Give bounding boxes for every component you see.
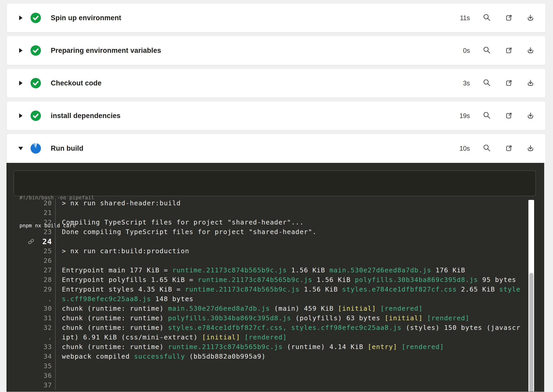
log-text: > nx run shared-header:build xyxy=(55,198,181,208)
step-duration: 19s xyxy=(456,112,470,120)
step-duration: 11s xyxy=(456,14,470,22)
build-steps-page: Spin up environment 11s xyxy=(0,0,553,392)
step-actions: 0s xyxy=(456,46,545,55)
step-row-spin-up-environment[interactable]: Spin up environment 11s xyxy=(6,3,546,33)
status-icon xyxy=(31,78,41,88)
log-row: 29 Entrypoint styles 4.35 KiB = runtime.… xyxy=(7,285,544,294)
open-in-new-button[interactable] xyxy=(504,46,513,55)
log-row: . s.cff98efec9c25aa8.js 148 bytes xyxy=(7,294,544,304)
line-number[interactable]: 25 xyxy=(37,247,52,255)
log-text xyxy=(55,237,62,246)
line-number[interactable]: 34 xyxy=(37,353,52,360)
log-segment: [rendered] xyxy=(402,343,444,351)
search-button[interactable] xyxy=(482,13,492,23)
line-number[interactable]: . xyxy=(37,333,52,341)
expand-caret-icon[interactable] xyxy=(19,16,23,20)
open-in-new-button[interactable] xyxy=(504,111,513,120)
log-segment: [initial] xyxy=(202,333,240,341)
log-row: 32 chunk (runtime: runtime) styles.e784c… xyxy=(7,323,544,332)
log-text: chunk (runtime: runtime) styles.e784ce1d… xyxy=(55,323,520,332)
step-row-run-build[interactable]: Run build 10s xyxy=(6,134,546,163)
line-link-icon[interactable] xyxy=(27,238,35,245)
open-in-new-button[interactable] xyxy=(504,78,513,88)
log-segment: ipt) 6.91 KiB (css/mini-extract) xyxy=(62,333,202,341)
step-duration: 10s xyxy=(456,145,470,152)
line-number[interactable]: 37 xyxy=(37,381,52,389)
success-check-icon xyxy=(31,45,41,56)
expand-caret-icon[interactable] xyxy=(19,48,23,53)
log-text: ipt) 6.91 KiB (css/mini-extract) [initia… xyxy=(55,332,287,342)
line-number[interactable]: 33 xyxy=(37,343,52,351)
log-segment: 2.65 KiB xyxy=(457,286,499,293)
line-number[interactable]: 28 xyxy=(37,276,52,284)
search-button[interactable] xyxy=(482,78,492,88)
download-button[interactable] xyxy=(526,144,535,153)
line-number[interactable]: 23 xyxy=(37,228,52,236)
log-segment: polyfills.30b34ba869c395d8.js xyxy=(355,276,478,284)
log-segment: [rendered] xyxy=(244,333,287,341)
log-segment: (runtime) 4.14 KiB xyxy=(283,343,368,351)
expand-caret-icon[interactable] xyxy=(19,113,23,118)
log-segment: 148 bytes xyxy=(151,295,193,303)
expand-caret-icon[interactable] xyxy=(19,81,23,85)
status-icon xyxy=(31,13,41,23)
line-number[interactable]: 31 xyxy=(37,314,52,322)
log-segment: [entry] xyxy=(368,343,397,351)
log-segment: (polyfills) 63 bytes xyxy=(291,314,385,322)
search-button[interactable] xyxy=(482,46,492,55)
log-segment: polyfills.30b34ba869c395d8.js xyxy=(168,314,291,322)
log-row: 28 Entrypoint polyfills 1.65 KiB = runti… xyxy=(7,275,544,285)
download-button[interactable] xyxy=(526,78,535,88)
log-segment: main.530e27d6eed8a7db.js xyxy=(329,266,431,274)
log-row: 21 xyxy=(7,208,544,217)
step-label: Checkout code xyxy=(51,79,101,87)
line-number[interactable]: 22 xyxy=(37,219,52,226)
step-row-install-dependencies[interactable]: install dependencies 19s xyxy=(6,101,546,130)
log-segment: (bb5db882a0b995a9) xyxy=(185,353,266,360)
log-row: . ipt) 6.91 KiB (css/mini-extract) [init… xyxy=(7,332,544,342)
line-number[interactable]: 27 xyxy=(37,266,52,274)
line-number[interactable]: 24 xyxy=(37,237,52,246)
step-actions: 10s xyxy=(456,144,545,153)
step-actions: 19s xyxy=(456,111,545,120)
download-button[interactable] xyxy=(526,13,535,23)
log-segment: [initial] xyxy=(385,314,423,322)
download-button[interactable] xyxy=(526,111,535,120)
log-scrollbar-thumb[interactable] xyxy=(529,273,533,391)
line-number[interactable]: 21 xyxy=(37,209,52,216)
open-in-new-button[interactable] xyxy=(504,144,513,153)
line-number[interactable]: 20 xyxy=(37,199,52,207)
log-segment: Entrypoint main 177 KiB = xyxy=(62,266,172,274)
expand-caret-icon[interactable] xyxy=(19,147,23,150)
step-actions: 3s xyxy=(456,78,545,88)
line-number[interactable]: 35 xyxy=(37,362,52,370)
log-segment: runtime.21173c874b565b9c.js xyxy=(198,276,312,284)
step-row-preparing-environment-variables[interactable]: Preparing environment variables 0s xyxy=(6,36,546,65)
log-segment: [rendered] xyxy=(427,314,470,322)
success-check-icon xyxy=(31,111,41,121)
line-number[interactable]: 26 xyxy=(37,257,52,264)
download-button[interactable] xyxy=(526,46,535,55)
open-in-new-button[interactable] xyxy=(504,13,513,23)
search-button[interactable] xyxy=(482,111,492,120)
status-icon xyxy=(31,111,41,121)
log-row: 22 Compiling TypeScript files for projec… xyxy=(7,217,544,227)
line-number[interactable]: 29 xyxy=(37,286,52,293)
line-number[interactable]: . xyxy=(37,295,52,303)
log-row: 20 > nx run shared-header:build xyxy=(7,198,544,208)
step-row-checkout-code[interactable]: Checkout code 3s xyxy=(6,68,546,98)
open-in-new-icon xyxy=(504,111,513,120)
log-segment: chunk (runtime: runtime) xyxy=(62,324,168,331)
log-segment: successfully xyxy=(134,353,185,360)
download-icon xyxy=(526,111,535,120)
line-number[interactable]: 32 xyxy=(37,324,52,331)
search-icon xyxy=(482,46,492,55)
search-button[interactable] xyxy=(482,144,492,153)
log-segment: 176 KiB xyxy=(431,266,465,274)
line-number[interactable]: 30 xyxy=(37,305,52,312)
log-scrollbar[interactable] xyxy=(528,200,534,391)
download-icon xyxy=(526,13,535,23)
open-in-new-icon xyxy=(504,78,513,88)
log-segment: (styles) 150 bytes (javascr xyxy=(402,324,520,331)
line-number[interactable]: 36 xyxy=(37,372,52,379)
